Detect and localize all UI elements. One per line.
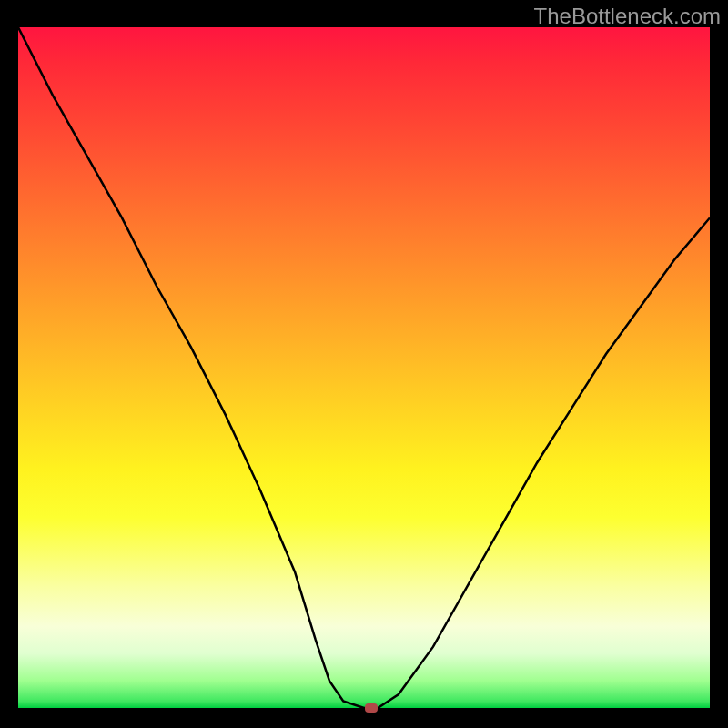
chart-container: TheBottleneck.com [0, 0, 728, 728]
plot-area [18, 27, 710, 708]
bottleneck-curve [18, 27, 710, 708]
watermark-text: TheBottleneck.com [534, 4, 721, 29]
optimal-marker [365, 703, 378, 713]
